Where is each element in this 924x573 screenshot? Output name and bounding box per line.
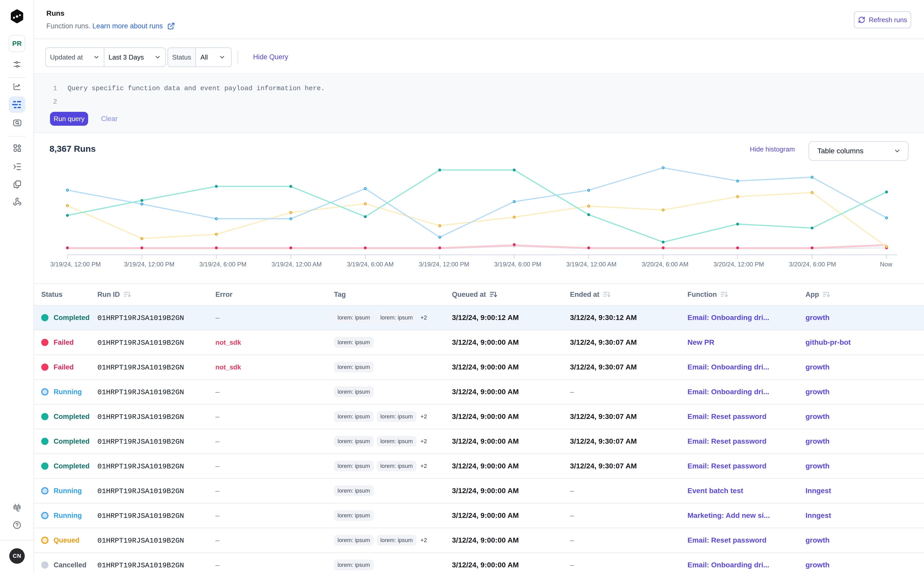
svg-text:3/20/24, 6:00 PM: 3/20/24, 6:00 PM	[789, 261, 836, 268]
svg-text:3/19/24, 12:00 PM: 3/19/24, 12:00 PM	[419, 261, 469, 268]
svg-text:3/20/24, 6:00 AM: 3/20/24, 6:00 AM	[642, 261, 688, 268]
svg-text:3/19/24, 6:00 AM: 3/19/24, 6:00 AM	[347, 261, 393, 268]
svg-text:3/19/24, 12:00 PM: 3/19/24, 12:00 PM	[50, 261, 101, 268]
svg-text:3/19/24, 12:00 AM: 3/19/24, 12:00 AM	[566, 261, 617, 268]
svg-text:3/19/24, 12:00 AM: 3/19/24, 12:00 AM	[272, 261, 322, 268]
svg-text:3/19/24, 6:00 PM: 3/19/24, 6:00 PM	[199, 261, 247, 268]
svg-text:3/19/24, 12:00 PM: 3/19/24, 12:00 PM	[124, 261, 174, 268]
svg-text:3/19/24, 6:00 PM: 3/19/24, 6:00 PM	[494, 261, 541, 268]
svg-text:Now: Now	[880, 261, 893, 268]
svg-text:3/20/24, 12:00 PM: 3/20/24, 12:00 PM	[714, 261, 764, 268]
